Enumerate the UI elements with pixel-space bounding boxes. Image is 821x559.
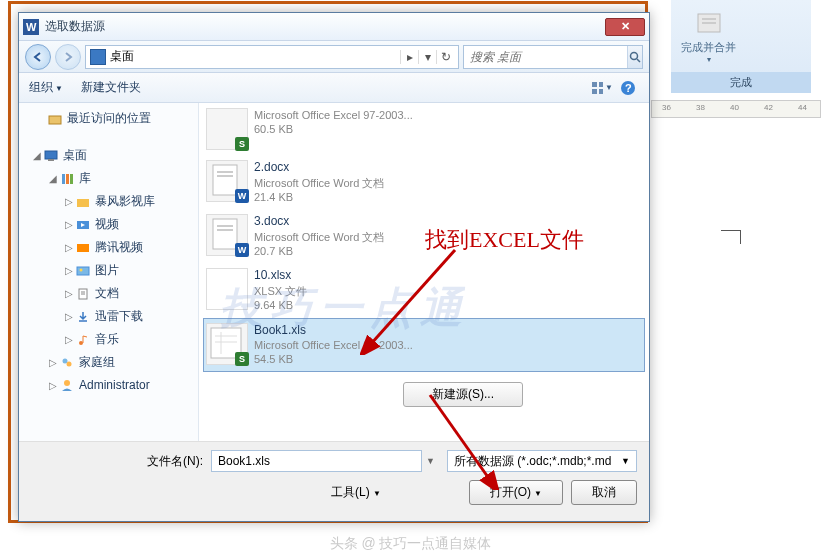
svg-rect-8	[599, 82, 603, 87]
doc-corner-mark	[721, 230, 741, 244]
svg-rect-2	[702, 22, 716, 24]
sidebar-item-tencent[interactable]: ▷腾讯视频	[27, 236, 198, 259]
file-thumb-icon: W	[206, 214, 248, 256]
search-icon[interactable]	[627, 46, 642, 68]
address-bar[interactable]: 桌面 ▸ ▾ ↻	[85, 45, 459, 69]
file-list: S Microsoft Office Excel 97-2003...60.5 …	[199, 103, 649, 441]
close-button[interactable]: ✕	[605, 18, 645, 36]
file-open-dialog: W 选取数据源 ✕ 桌面 ▸ ▾ ↻ 组织▼ 新建文件夹 ▼ ? 最近访问的位置…	[18, 12, 650, 522]
svg-rect-36	[213, 219, 237, 249]
search-input[interactable]	[464, 50, 627, 64]
video-icon	[75, 217, 91, 233]
file-item-selected[interactable]: S Book1.xlsMicrosoft Office Excel 97-200…	[203, 318, 645, 372]
svg-rect-18	[70, 174, 73, 184]
music-icon	[75, 332, 91, 348]
navbar: 桌面 ▸ ▾ ↻	[19, 41, 649, 73]
toolbar: 组织▼ 新建文件夹 ▼ ?	[19, 73, 649, 103]
svg-rect-13	[49, 116, 61, 124]
nav-forward-button[interactable]	[55, 44, 81, 70]
location-dropdown[interactable]: ▸	[400, 50, 418, 64]
file-item[interactable]: W 2.docxMicrosoft Office Word 文档21.4 KB	[203, 155, 645, 209]
file-item[interactable]: S Microsoft Office Excel 97-2003...60.5 …	[203, 103, 645, 155]
ribbon-finish-merge[interactable]: 完成并合并▾	[675, 4, 742, 68]
sidebar-item-video[interactable]: ▷视频	[27, 213, 198, 236]
svg-rect-22	[77, 244, 89, 252]
svg-rect-34	[217, 171, 233, 173]
tools-menu[interactable]: 工具(L) ▼	[331, 485, 381, 499]
history-dropdown[interactable]: ▾	[418, 50, 436, 64]
homegroup-icon	[59, 355, 75, 371]
sidebar-item-libraries[interactable]: ◢库	[27, 167, 198, 190]
sidebar-item-admin[interactable]: ▷Administrator	[27, 374, 198, 396]
documents-icon	[75, 286, 91, 302]
svg-rect-15	[48, 159, 54, 161]
sidebar-item-music[interactable]: ▷音乐	[27, 328, 198, 351]
desktop-icon	[90, 49, 106, 65]
sidebar-item-documents[interactable]: ▷文档	[27, 282, 198, 305]
sidebar-item-recent[interactable]: 最近访问的位置	[27, 107, 198, 130]
ribbon-group-finish: 完成	[671, 72, 811, 93]
svg-rect-7	[592, 82, 597, 87]
file-item[interactable]: 10.xlsxXLSX 文件9.64 KB	[203, 263, 645, 317]
sidebar-item-baofeng[interactable]: ▷暴风影视库	[27, 190, 198, 213]
svg-rect-33	[213, 165, 237, 195]
refresh-button[interactable]: ↻	[436, 50, 454, 64]
ruler: 36 38 40 42 44	[651, 100, 821, 118]
location-text: 桌面	[110, 48, 400, 65]
video-icon	[75, 240, 91, 256]
download-icon	[75, 309, 91, 325]
svg-rect-16	[62, 174, 65, 184]
svg-rect-37	[217, 225, 233, 227]
svg-point-29	[79, 341, 83, 345]
svg-rect-9	[592, 89, 597, 94]
nav-back-button[interactable]	[25, 44, 51, 70]
folder-icon	[75, 194, 91, 210]
sidebar-item-homegroup[interactable]: ▷家庭组	[27, 351, 198, 374]
svg-point-30	[63, 358, 68, 363]
help-button[interactable]: ?	[617, 77, 639, 99]
svg-rect-35	[217, 175, 233, 177]
dialog-title: 选取数据源	[45, 18, 605, 35]
collapse-icon[interactable]: ◢	[47, 173, 59, 184]
collapse-icon[interactable]: ◢	[31, 150, 43, 161]
sidebar-item-desktop[interactable]: ◢桌面	[27, 144, 198, 167]
organize-menu[interactable]: 组织▼	[29, 79, 63, 96]
pictures-icon	[75, 263, 91, 279]
svg-rect-38	[217, 229, 233, 231]
svg-rect-1	[702, 18, 716, 20]
sidebar-item-xunlei[interactable]: ▷迅雷下载	[27, 305, 198, 328]
nav-pane: 最近访问的位置 ◢桌面 ◢库 ▷暴风影视库 ▷视频 ▷腾讯视频 ▷图片 ▷文档 …	[19, 103, 199, 441]
svg-text:?: ?	[625, 82, 632, 94]
file-thumb-icon: S	[206, 323, 248, 365]
recent-icon	[47, 111, 63, 127]
new-source-button[interactable]: 新建源(S)...	[403, 382, 523, 407]
svg-rect-19	[77, 199, 89, 207]
file-thumb-icon: W	[206, 160, 248, 202]
svg-rect-23	[77, 267, 89, 275]
svg-point-24	[80, 268, 83, 271]
titlebar: W 选取数据源 ✕	[19, 13, 649, 41]
svg-rect-14	[45, 151, 57, 159]
ribbon-finish-merge-label: 完成并合并	[681, 41, 736, 53]
file-filter[interactable]: 所有数据源 (*.odc;*.mdb;*.md▼	[447, 450, 637, 472]
filename-dropdown[interactable]: ▼	[422, 456, 439, 466]
word-icon: W	[23, 19, 39, 35]
file-item[interactable]: W 3.docxMicrosoft Office Word 文档20.7 KB	[203, 209, 645, 263]
file-thumb-icon: S	[206, 108, 248, 150]
cancel-button[interactable]: 取消	[571, 480, 637, 505]
desktop-icon	[43, 148, 59, 164]
open-button[interactable]: 打开(O)▼	[469, 480, 563, 505]
dialog-footer: 文件名(N): ▼ 所有数据源 (*.odc;*.mdb;*.md▼ 工具(L)…	[19, 441, 649, 521]
svg-text:W: W	[26, 21, 37, 33]
file-thumb-icon	[206, 268, 248, 310]
filename-label: 文件名(N):	[31, 453, 211, 470]
svg-point-5	[631, 52, 638, 59]
svg-point-31	[67, 361, 72, 366]
sidebar-item-pictures[interactable]: ▷图片	[27, 259, 198, 282]
view-button[interactable]: ▼	[591, 77, 613, 99]
new-folder-button[interactable]: 新建文件夹	[81, 79, 141, 96]
user-icon	[59, 377, 75, 393]
search-box[interactable]	[463, 45, 643, 69]
filename-input[interactable]	[211, 450, 422, 472]
svg-line-6	[637, 59, 640, 62]
